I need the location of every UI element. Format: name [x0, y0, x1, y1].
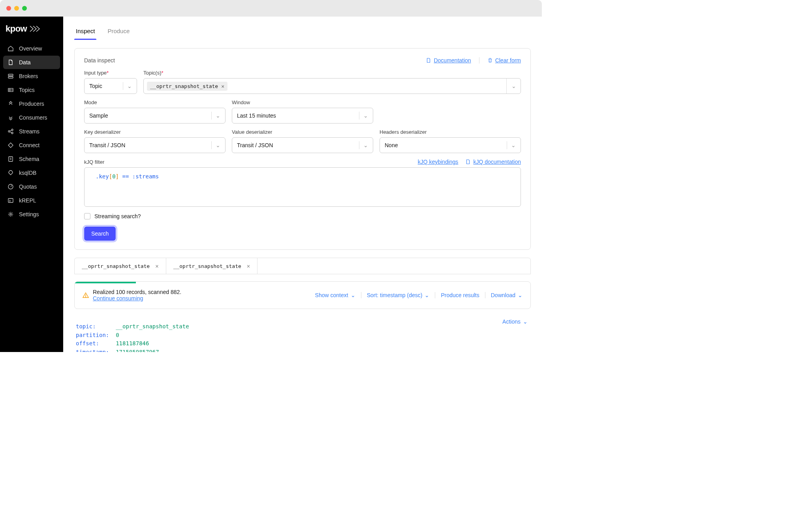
sidebar-item-settings[interactable]: Settings	[3, 208, 60, 221]
window-titlebar	[0, 0, 542, 17]
sidebar-item-quotas[interactable]: Quotas	[3, 180, 60, 193]
window-label: Window	[232, 99, 373, 105]
data-inspect-panel: Data inspect Documentation Clear form	[74, 48, 531, 250]
kjq-filter-label: kJQ filter	[84, 159, 104, 165]
panel-title: Data inspect	[84, 57, 115, 64]
sidebar-item-data[interactable]: Data	[3, 56, 60, 69]
sidebar-item-label: ksqlDB	[19, 170, 36, 176]
svg-point-16	[10, 213, 11, 215]
window-close-button[interactable]	[6, 6, 11, 11]
chevron-down-icon: ⌄	[351, 292, 355, 298]
diamond-icon	[7, 142, 14, 149]
gauge-icon	[7, 183, 14, 190]
rocket-icon	[7, 169, 14, 176]
input-type-label: Input type*	[84, 70, 137, 76]
home-icon	[7, 45, 14, 52]
sidebar-item-consumers[interactable]: Consumers	[3, 111, 60, 124]
kjq-doc-link[interactable]: kJQ documentation	[465, 159, 521, 165]
sidebar-item-connect[interactable]: Connect	[3, 139, 60, 152]
sort-dropdown[interactable]: Sort: timestamp (desc) ⌄	[367, 292, 430, 298]
chevrons-up-icon	[7, 100, 14, 107]
sidebar-item-brokers[interactable]: Brokers	[3, 69, 60, 83]
server-icon	[7, 73, 14, 80]
sidebar-item-label: Overview	[19, 45, 42, 52]
nav: Overview Data Brokers Topics Producers	[0, 42, 63, 221]
clear-form-link[interactable]: Clear form	[487, 57, 521, 64]
show-context-dropdown[interactable]: Show context ⌄	[315, 292, 355, 298]
headers-deser-label: Headers deserializer	[380, 129, 521, 135]
window-maximize-button[interactable]	[22, 6, 27, 11]
main-tabs: Inspect Produce	[63, 17, 542, 40]
logo-arrows-icon	[29, 25, 41, 32]
chevron-down-icon: ⌄	[511, 142, 516, 148]
sidebar-item-label: Producers	[19, 101, 44, 107]
value-deser-label: Value deserializer	[232, 129, 373, 135]
record-display: Actions ⌄ topic: __oprtr_snapshot_state …	[74, 316, 531, 352]
sidebar-item-overview[interactable]: Overview	[3, 42, 60, 55]
logo-text: kpow	[6, 24, 27, 34]
search-button[interactable]: Search	[84, 227, 116, 241]
sidebar-item-label: Streams	[19, 128, 39, 135]
streaming-search-checkbox[interactable]	[84, 213, 90, 219]
warning-icon	[83, 292, 89, 298]
close-icon[interactable]: ✕	[247, 263, 250, 269]
chevron-down-icon: ⌄	[425, 292, 429, 298]
svg-rect-1	[8, 77, 13, 78]
kjq-keybindings-link[interactable]: kJQ keybindings	[418, 159, 459, 165]
svg-rect-0	[8, 74, 13, 76]
share-icon	[7, 128, 14, 135]
value-deser-select[interactable]: Transit / JSON ⌄	[232, 137, 373, 153]
topics-label: Topic(s)*	[143, 70, 521, 76]
key-deser-select[interactable]: Transit / JSON ⌄	[84, 137, 226, 153]
svg-rect-10	[9, 157, 13, 161]
svg-point-18	[86, 297, 86, 297]
gear-icon	[7, 211, 14, 218]
main-content: Inspect Produce Data inspect Documentati…	[63, 17, 542, 352]
sidebar-item-label: Data	[19, 59, 31, 66]
kjq-filter-input[interactable]: .key[0] == :streams	[84, 167, 521, 207]
doc-icon	[465, 159, 471, 165]
result-tab[interactable]: __oprtr_snapshot_state ✕	[75, 258, 166, 274]
download-dropdown[interactable]: Download ⌄	[491, 292, 523, 298]
tab-inspect[interactable]: Inspect	[74, 24, 96, 40]
svg-point-6	[11, 129, 13, 131]
tag-remove-button[interactable]: ✕	[221, 83, 224, 89]
sidebar-item-schema[interactable]: Schema	[3, 152, 60, 166]
svg-line-9	[10, 132, 11, 133]
sidebar-item-label: Quotas	[19, 183, 37, 190]
status-text: Realized 100 records, scanned 882. Conti…	[93, 289, 184, 301]
record-actions-dropdown[interactable]: Actions ⌄	[502, 318, 528, 326]
tab-produce[interactable]: Produce	[106, 24, 131, 40]
documentation-link[interactable]: Documentation	[426, 57, 471, 64]
window-minimize-button[interactable]	[14, 6, 19, 11]
status-panel: Realized 100 records, scanned 882. Conti…	[74, 281, 531, 309]
logo: kpow	[0, 20, 63, 42]
sidebar-item-krepl[interactable]: kREPL	[3, 194, 60, 207]
window-select[interactable]: Last 15 minutes ⌄	[232, 108, 373, 124]
produce-results-link[interactable]: Produce results	[441, 292, 479, 298]
sidebar-item-topics[interactable]: Topics	[3, 83, 60, 97]
svg-point-7	[11, 132, 13, 134]
sidebar: kpow Overview Data Brokers	[0, 17, 63, 352]
mode-select[interactable]: Sample ⌄	[84, 108, 226, 124]
chevron-down-icon: ⌄	[363, 112, 368, 119]
chevron-down-icon: ⌄	[506, 79, 521, 94]
result-tab[interactable]: __oprtr_snapshot_state ✕	[166, 258, 258, 274]
chevron-down-icon: ⌄	[127, 83, 132, 89]
sidebar-item-streams[interactable]: Streams	[3, 125, 60, 138]
divider	[479, 57, 479, 64]
sidebar-item-label: Brokers	[19, 73, 38, 79]
headers-deser-select[interactable]: None ⌄	[380, 137, 521, 153]
sidebar-item-label: Schema	[19, 156, 39, 162]
topics-input[interactable]: __oprtr_snapshot_state ✕ ⌄	[143, 78, 521, 94]
svg-line-14	[11, 185, 12, 187]
close-icon[interactable]: ✕	[155, 263, 158, 269]
continue-consuming-link[interactable]: Continue consuming	[93, 295, 184, 301]
input-type-select[interactable]: Topic ⌄	[84, 78, 137, 94]
topic-tag: __oprtr_snapshot_state ✕	[147, 82, 227, 91]
chevron-down-icon: ⌄	[216, 112, 220, 119]
sidebar-item-ksqldb[interactable]: ksqlDB	[3, 166, 60, 180]
sidebar-item-producers[interactable]: Producers	[3, 97, 60, 110]
sidebar-item-label: kREPL	[19, 197, 36, 204]
result-tabs: __oprtr_snapshot_state ✕ __oprtr_snapsho…	[74, 258, 531, 274]
